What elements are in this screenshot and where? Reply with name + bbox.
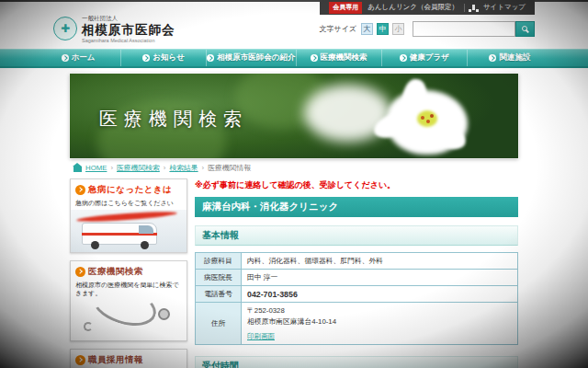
sidebar: 急病になったときは 急病の際はこちらをご覧ください 医療機関検索 相模原市 (70, 178, 187, 368)
content-area: 急病になったときは 急病の際はこちらをご覧ください 医療機関検索 相模原市 (70, 178, 518, 368)
nav-label: 相模原市医師会の紹介 (217, 52, 295, 63)
nav-item-news[interactable]: お知らせ (120, 50, 206, 66)
circle-arrow-icon (142, 54, 150, 62)
banner-head: 急病になったときは (71, 179, 187, 198)
breadcrumb-separator: › (164, 164, 166, 172)
hero-banner: 医療機関検索 (70, 74, 518, 158)
pre-visit-notice: ※必ず事前に連絡して確認の後、受診してください。 (195, 179, 518, 191)
banner-head: 職員採用情報 (71, 350, 187, 368)
ambulance-wheel (141, 241, 149, 249)
clinic-name-bar: 麻溝台内科・消化器クリニック (195, 197, 518, 217)
print-screen-link[interactable]: 印刷画面 (247, 332, 275, 341)
section-reception-hours: 受付時間 (195, 356, 518, 368)
font-size-small-button[interactable]: 小 (392, 23, 404, 35)
utility-bar: 会員専用 あんしんリンク（会員限定） サイトマップ (320, 0, 535, 15)
street-address: 相模原市南区麻溝台4-10-14 (247, 316, 512, 328)
page: 会員専用 あんしんリンク（会員限定） サイトマップ ✚ 一般社団法人 相模原市医… (0, 0, 588, 368)
sitemap-icon (472, 7, 475, 10)
row-value: 〒252-0328 相模原市南区麻溝台4-10-14 印刷画面 (242, 303, 518, 345)
nav-label: 健康プラザ (410, 52, 449, 63)
banner-head: 医療機関検索 (71, 261, 187, 280)
page-title: 医療機関検索 (99, 107, 248, 132)
nav-label: 医療機関検索 (321, 52, 368, 63)
breadcrumb-home[interactable]: HOME (85, 164, 107, 172)
circle-arrow-icon (489, 54, 496, 62)
nav-label: お知らせ (153, 52, 185, 63)
home-icon (74, 167, 82, 172)
ambulance-wheel (91, 241, 99, 249)
postal-code: 〒252-0328 (247, 305, 512, 316)
row-label: 診療科目 (196, 253, 242, 270)
orange-circle-arrow-icon (75, 355, 85, 365)
banner-title: 職員採用情報 (88, 354, 143, 366)
banner-medical-search[interactable]: 医療機関検索 相模原市の医療機関を簡単に検索できます。 (70, 260, 187, 341)
breadcrumb-search-results[interactable]: 検索結果 (169, 163, 198, 173)
stethoscope-earpiece (84, 322, 93, 331)
header-controls: 文字サイズ 大 中 小 (319, 21, 535, 37)
row-value: 田中 淳一 (242, 270, 518, 286)
row-label: 病医院長 (196, 270, 242, 286)
nav-item-related-facilities[interactable]: 関連施設 (467, 50, 552, 66)
members-only-badge: 会員専用 (329, 2, 362, 14)
main-nav: ホーム お知らせ 相模原市医師会の紹介 医療機関検索 健康プラザ 関連施設 (0, 49, 588, 68)
ambulance-photo (71, 210, 187, 252)
row-value: 内科、消化器科、循環器科、肛門科、外科 (242, 253, 518, 270)
basic-info-table: 診療科目 内科、消化器科、循環器科、肛門科、外科 病医院長 田中 淳一 電話番号… (195, 252, 518, 345)
circle-arrow-icon (400, 54, 407, 62)
logo-text: 一般社団法人 相模原市医師会 Sagamihara Medical Associ… (82, 15, 175, 43)
nav-label: ホーム (72, 52, 96, 63)
sitemap-link[interactable]: サイトマップ (483, 3, 526, 12)
banner-subtitle: 急病の際はこちらをご覧ください (71, 198, 187, 210)
breadcrumb-medical-search[interactable]: 医療機関検索 (117, 163, 160, 173)
breadcrumb-current: 医療機関情報 (208, 163, 251, 173)
banner-title: 医療機関検索 (88, 266, 143, 278)
stethoscope-tube (87, 300, 162, 333)
main-column: ※必ず事前に連絡して確認の後、受診してください。 麻溝台内科・消化器クリニック … (195, 178, 518, 368)
stethoscope-photo (71, 300, 187, 340)
orange-circle-arrow-icon (75, 185, 85, 195)
red-swoosh-decoration (76, 210, 177, 224)
banner-subtitle: 相模原市の医療機関を簡単に検索できます。 (71, 280, 187, 300)
utility-divider (464, 4, 465, 12)
banner-title: 急病になったときは (88, 184, 173, 196)
font-size-label: 文字サイズ (319, 24, 356, 34)
table-row-phone: 電話番号 042-701-3856 (196, 286, 518, 303)
org-type-label: 一般社団法人 (82, 15, 175, 23)
breadcrumb-separator: › (110, 164, 113, 172)
breadcrumb: HOME › 医療機関検索 › 検索結果 › 医療機関情報 (70, 158, 518, 177)
lily-stamen (426, 120, 430, 123)
row-label: 電話番号 (196, 286, 242, 303)
org-name-en: Sagamihara Medical Association (82, 38, 175, 43)
anshin-link[interactable]: あんしんリンク（会員限定） (368, 3, 458, 12)
circle-arrow-icon (62, 54, 69, 62)
table-row-director: 病医院長 田中 淳一 (196, 270, 518, 286)
section-basic-info: 基本情報 (195, 225, 518, 246)
banner-recruitment[interactable]: 職員採用情報 看護師を募集しています。 ※詳しくはここをクリックしてください。 (70, 349, 187, 368)
site-logo[interactable]: ✚ 一般社団法人 相模原市医師会 Sagamihara Medical Asso… (53, 15, 175, 43)
row-label: 住所 (196, 303, 242, 345)
ambulance-window (139, 225, 153, 234)
nav-item-home[interactable]: ホーム (36, 50, 120, 66)
site-search (413, 21, 535, 37)
font-size-large-button[interactable]: 大 (361, 23, 373, 35)
search-input[interactable] (413, 21, 515, 37)
nav-label: 関連施設 (499, 52, 530, 63)
search-button[interactable] (515, 21, 535, 37)
circle-arrow-icon (311, 54, 318, 62)
main-nav-items: ホーム お知らせ 相模原市医師会の紹介 医療機関検索 健康プラザ 関連施設 (36, 50, 552, 66)
banner-emergency[interactable]: 急病になったときは 急病の際はこちらをご覧ください (70, 178, 187, 253)
nav-item-about[interactable]: 相模原市医師会の紹介 (206, 50, 295, 66)
nav-item-health-plaza[interactable]: 健康プラザ (381, 50, 467, 66)
org-name: 相模原市医師会 (82, 23, 175, 38)
magnifier-icon (522, 26, 527, 31)
breadcrumb-separator: › (202, 164, 205, 172)
table-row-address: 住所 〒252-0328 相模原市南区麻溝台4-10-14 印刷画面 (196, 303, 518, 345)
orange-circle-arrow-icon (75, 267, 85, 277)
lily-center (417, 110, 437, 127)
font-size-medium-button[interactable]: 中 (377, 23, 389, 35)
stethoscope-chestpiece (158, 308, 170, 320)
association-seal-icon: ✚ (53, 17, 77, 40)
nav-item-medical-search[interactable]: 医療機関検索 (296, 50, 381, 66)
row-value: 042-701-3856 (242, 286, 518, 303)
table-row-departments: 診療科目 内科、消化器科、循環器科、肛門科、外科 (196, 253, 518, 270)
